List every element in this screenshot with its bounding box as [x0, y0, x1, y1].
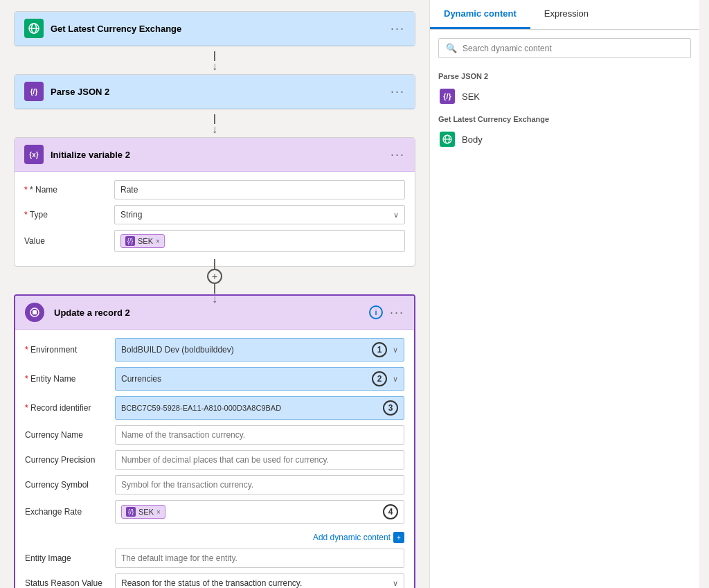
- parse-json-section-label: Parse JSON 2: [430, 66, 699, 83]
- sek-item-icon: {/}: [440, 89, 455, 104]
- exchange-rate-tag-close[interactable]: ×: [156, 508, 161, 516]
- record-id-label: Record identifier: [25, 403, 115, 413]
- currency-precision-label: Currency Precision: [25, 455, 115, 465]
- record-id-input[interactable]: BCBC7C59-5928-EA11-A810-000D3A8C9BAD 3: [115, 396, 404, 420]
- side-panel: Dynamic content Expression 🔍 Parse JSON …: [429, 0, 699, 588]
- status-reason-field-row: Status Reason Value Reason for the statu…: [25, 573, 404, 588]
- connector-1: ↓: [14, 49, 415, 74]
- environment-label: Environment: [25, 345, 115, 355]
- dynamic-content-search-box[interactable]: 🔍: [438, 38, 691, 58]
- tab-dynamic-content[interactable]: Dynamic content: [430, 0, 530, 29]
- sek-tag-close[interactable]: ×: [156, 238, 160, 245]
- parse-json-more[interactable]: ···: [391, 84, 405, 99]
- name-field-row: * Name: [24, 180, 405, 199]
- body-item-icon: [440, 132, 455, 147]
- svg-rect-4: [33, 310, 37, 314]
- currency-precision-field-row: Currency Precision: [25, 450, 404, 470]
- body-item-label: Body: [462, 134, 483, 145]
- add-step-button[interactable]: +: [207, 269, 222, 284]
- parse-json-header: {/} Parse JSON 2 ···: [15, 75, 415, 109]
- exchange-rate-tag: {/} SEK ×: [121, 505, 165, 519]
- tab-expression[interactable]: Expression: [530, 0, 602, 29]
- update-record-title: Update a record 2: [54, 308, 369, 318]
- environment-select[interactable]: BoldBUILD Dev (boldbuilddev) 1 ∨: [115, 338, 404, 362]
- add-dynamic-label: Add dynamic content: [313, 533, 391, 542]
- get-latest-icon: [24, 19, 44, 38]
- add-dynamic-icon: +: [393, 532, 404, 543]
- currency-precision-input[interactable]: [115, 450, 404, 470]
- search-icon: 🔍: [446, 43, 457, 53]
- init-variable-card: {x} Initialize variable 2 ··· * Name Typ…: [14, 137, 415, 267]
- update-record-card: Update a record 2 i ··· Environment Bold…: [14, 294, 415, 588]
- side-panel-tabs: Dynamic content Expression: [430, 0, 699, 30]
- type-label: Type: [24, 210, 114, 220]
- exchange-rate-tag-label: SEK: [138, 508, 154, 516]
- dynamic-content-search-input[interactable]: [463, 44, 683, 53]
- entity-image-field-row: Entity Image: [25, 549, 404, 568]
- init-variable-body: * Name Type String ∨ Value {/} SEK ×: [15, 172, 415, 266]
- get-latest-section-label: Get Latest Currency Exchange: [430, 109, 699, 126]
- value-field-row: Value {/} SEK ×: [24, 230, 405, 252]
- status-reason-label: Status Reason Value: [25, 578, 115, 588]
- env-badge: 1: [372, 342, 387, 357]
- entity-name-label: Entity Name: [25, 374, 115, 384]
- sek-tag-icon: {/}: [125, 236, 135, 246]
- status-reason-select[interactable]: Reason for the status of the transaction…: [115, 573, 404, 588]
- environment-field-row: Environment BoldBUILD Dev (boldbuilddev)…: [25, 338, 404, 362]
- record-id-field-row: Record identifier BCBC7C59-5928-EA11-A81…: [25, 396, 404, 420]
- value-field[interactable]: {/} SEK ×: [114, 230, 405, 252]
- add-dynamic-link[interactable]: Add dynamic content +: [313, 532, 404, 543]
- currency-name-label: Currency Name: [25, 430, 115, 440]
- currency-symbol-label: Currency Symbol: [25, 480, 115, 490]
- status-reason-chevron-icon: ∨: [393, 579, 398, 588]
- sek-item-label: SEK: [462, 91, 480, 102]
- get-latest-more[interactable]: ···: [391, 21, 405, 36]
- get-latest-card: Get Latest Currency Exchange ···: [14, 11, 415, 46]
- currency-symbol-field-row: Currency Symbol: [25, 475, 404, 495]
- entity-chevron-icon: ∨: [393, 375, 398, 384]
- name-label: * Name: [24, 185, 114, 195]
- info-icon[interactable]: i: [369, 305, 383, 319]
- parse-json-title: Parse JSON 2: [51, 87, 391, 97]
- currency-name-input[interactable]: [115, 425, 404, 445]
- entity-name-select[interactable]: Currencies 2 ∨: [115, 367, 404, 391]
- exchange-rate-field-row: Exchange Rate {/} SEK × 4: [25, 500, 404, 524]
- update-record-body: Environment BoldBUILD Dev (boldbuilddev)…: [15, 330, 414, 588]
- type-select[interactable]: String ∨: [114, 205, 405, 224]
- currency-symbol-input[interactable]: [115, 475, 404, 495]
- type-field-row: Type String ∨: [24, 205, 405, 224]
- record-id-value: BCBC7C59-5928-EA11-A810-000D3A8C9BAD: [121, 404, 281, 412]
- exchange-rate-label: Exchange Rate: [25, 507, 115, 517]
- connector-3: + ↓: [14, 269, 415, 294]
- exchange-rate-input[interactable]: {/} SEK × 4: [115, 500, 404, 524]
- sek-tag: {/} SEK ×: [120, 234, 165, 248]
- update-record-icon: [25, 303, 44, 322]
- init-variable-more[interactable]: ···: [391, 148, 405, 162]
- currency-name-field-row: Currency Name: [25, 425, 404, 445]
- value-label: Value: [24, 236, 114, 246]
- type-value: String: [120, 210, 142, 220]
- update-record-more[interactable]: ···: [390, 305, 404, 320]
- environment-value: BoldBUILD Dev (boldbuilddev): [121, 345, 234, 355]
- exchange-rate-tag-icon: {/}: [126, 507, 136, 517]
- body-dynamic-item[interactable]: Body: [430, 126, 699, 152]
- connector-2: ↓: [14, 112, 415, 137]
- name-input[interactable]: [114, 180, 405, 199]
- init-variable-icon: {x}: [24, 145, 44, 164]
- entity-image-input[interactable]: [115, 549, 404, 568]
- entity-name-value: Currencies: [121, 374, 161, 384]
- exchange-rate-badge: 4: [383, 504, 398, 519]
- add-dynamic-row: Add dynamic content +: [25, 529, 404, 549]
- get-latest-header: Get Latest Currency Exchange ···: [15, 12, 415, 46]
- init-variable-title: Initialize variable 2: [51, 150, 391, 160]
- parse-json-card: {/} Parse JSON 2 ···: [14, 74, 415, 109]
- init-variable-header: {x} Initialize variable 2 ···: [15, 138, 415, 172]
- get-latest-title: Get Latest Currency Exchange: [51, 24, 391, 34]
- status-reason-placeholder: Reason for the status of the transaction…: [121, 578, 302, 588]
- type-chevron-icon: ∨: [393, 211, 399, 220]
- entity-image-label: Entity Image: [25, 553, 115, 563]
- sek-dynamic-item[interactable]: {/} SEK: [430, 83, 699, 109]
- env-chevron-icon: ∨: [393, 346, 398, 355]
- record-id-badge: 3: [383, 400, 398, 416]
- entity-name-field-row: Entity Name Currencies 2 ∨: [25, 367, 404, 391]
